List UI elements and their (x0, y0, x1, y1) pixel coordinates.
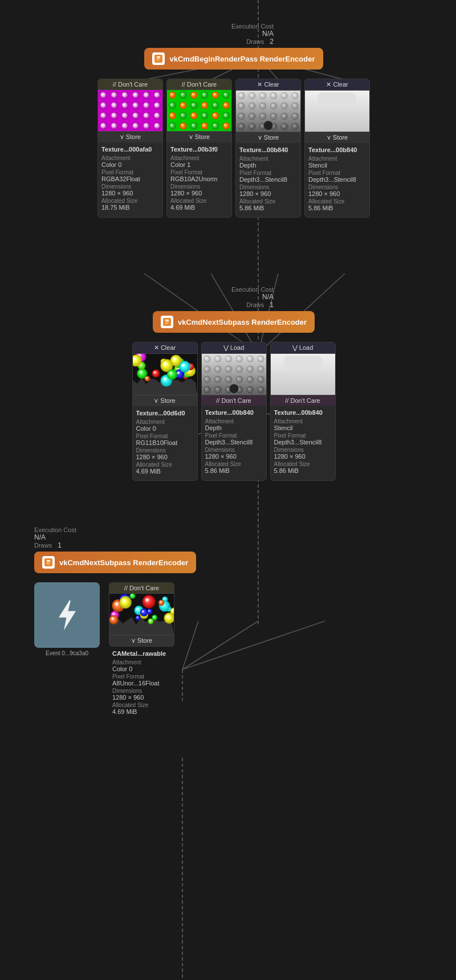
section3: Execution Cost N/A Draws 1 vkCmdNextSubp… (0, 526, 456, 720)
thumb-2-1 (202, 354, 266, 395)
spacer-1-2 (0, 218, 456, 286)
load-op-badge-1-3: ✕ Clear (305, 79, 369, 91)
encoder-name-1: vkCmdBeginRenderPass RenderEncoder (169, 55, 315, 63)
attachment-card-1-1[interactable]: // Don't Care ⋎ Store Texture...00b3f0 A… (166, 79, 232, 218)
store-op-badge-3-0: ⋎ Store (109, 635, 174, 646)
store-op-badge-1-0: ⋎ Store (98, 131, 162, 142)
thumb-1-2 (236, 91, 300, 132)
attachment-card-2-2[interactable]: ⋁ Load // Don't Care Texture...00b840 At… (270, 342, 336, 481)
store-op-badge-2-0: ⋎ Store (133, 395, 197, 406)
attachment-label-row-1-0: Attachment Color 0 (101, 155, 159, 168)
event-node[interactable] (34, 582, 100, 648)
encoder-node-2[interactable]: vkCmdNextSubpass RenderEncoder (153, 311, 315, 333)
load-op-badge-2-0: ✕ Clear (133, 342, 197, 354)
event-container: Event 0...9ca3a0 (34, 582, 100, 656)
encoder-icon-1 (152, 52, 165, 65)
attachment-info-2-1: Texture...00b840 Attachment Depth Pixel … (202, 406, 266, 480)
tex-id-1-0: Texture...000afa0 (101, 146, 159, 153)
page-container: Execution Cost N/A Draws 2 vkCmdBeginRen… (0, 0, 456, 731)
attachment-info-1-0: Texture...000afa0 Attachment Color 0 Pix… (98, 142, 162, 217)
thumb-2-2 (271, 354, 335, 395)
load-op-badge-3-0: // Don't Care (109, 583, 174, 594)
section3-exec-cost: Execution Cost N/A Draws 1 (17, 526, 422, 549)
store-op-badge-2-2: // Don't Care (271, 395, 335, 406)
thumb-1-1 (167, 90, 231, 131)
attachment-card-2-0[interactable]: ✕ Clear ⋎ Store Texture...00d6d0 Attachm… (132, 342, 198, 481)
svg-marker-21 (59, 600, 76, 630)
draws-value: 2 (270, 38, 274, 46)
thumb-2-0 (133, 354, 197, 395)
section2: Execution Cost N/A Draws 1 vkCmdNextSubp… (0, 286, 456, 481)
section1: Execution Cost N/A Draws 2 vkCmdBeginRen… (0, 11, 456, 218)
attachment-info-1-3: Texture...00b840 Attachment Stencil Pixe… (305, 143, 369, 217)
section3-content: Event 0...9ca3a0 // Don't Care ⋎ Store C… (17, 582, 422, 720)
attachment-card-1-2[interactable]: ✕ Clear ⋎ Store Texture...00b840 Attachm… (235, 79, 301, 218)
section1-exec-cost: Execution Cost N/A Draws 2 (46, 23, 422, 46)
load-op-badge-1-2: ✕ Clear (236, 79, 300, 91)
attachment-info-3-0: CAMetal...rawable Attachment Color 0 Pix… (109, 647, 174, 720)
exec-cost-value: N/A (262, 30, 274, 38)
section2-exec-cost: Execution Cost N/A Draws 1 (46, 286, 422, 309)
store-op-badge-1-2: ⋎ Store (236, 132, 300, 143)
section3-attachment-container: // Don't Care ⋎ Store CAMetal...rawable … (109, 582, 174, 720)
attachment-info-1-1: Texture...00b3f0 Attachment Color 1 Pixe… (167, 142, 231, 217)
load-op-badge-1-1: // Don't Care (167, 79, 231, 90)
attachment-card-2-1[interactable]: ⋁ Load // Don't Care Texture...00b840 At… (201, 342, 267, 481)
store-op-badge-1-3: ⋎ Store (305, 132, 369, 143)
load-op-badge-1-0: // Don't Care (98, 79, 162, 90)
spacer-2-3 (0, 481, 456, 526)
load-op-text-1-0: // Don't Care (113, 81, 148, 88)
encoder-node-1[interactable]: vkCmdBeginRenderPass RenderEncoder (144, 48, 323, 70)
thumb-1-3 (305, 91, 369, 132)
exec-cost-label: Execution Cost (231, 23, 274, 30)
encoder-name-3: vkCmdNextSubpass RenderEncoder (59, 558, 188, 567)
attachment-card-1-3[interactable]: ✕ Clear ⋎ Store Texture...00b840 Attachm… (304, 79, 370, 218)
encoder-node-3[interactable]: vkCmdNextSubpass RenderEncoder (34, 552, 196, 573)
attachment-info-1-2: Texture...00b840 Attachment Depth Pixel … (236, 143, 300, 217)
load-op-badge-2-1: ⋁ Load (202, 342, 266, 354)
encoder-name-2: vkCmdNextSubpass RenderEncoder (178, 318, 307, 326)
load-op-badge-2-2: ⋁ Load (271, 342, 335, 354)
attachment-card-3-0[interactable]: // Don't Care ⋎ Store (109, 582, 174, 647)
attachment-card-1-0[interactable]: // Don't Care ⋎ Store Texture...000afa0 … (97, 79, 163, 218)
store-op-badge-2-1: // Don't Care (202, 395, 266, 406)
attachment-info-2-2: Texture...00b840 Attachment Stencil Pixe… (271, 406, 335, 480)
store-op-text-1-0: ⋎ Store (120, 133, 141, 141)
section1-attachments: // Don't Care ⋎ Store Texture...000afa0 … (46, 79, 422, 218)
event-id: Event 0...9ca3a0 (46, 650, 88, 656)
attachment-info-2-0: Texture...00d6d0 Attachment Color 0 Pixe… (133, 406, 197, 480)
section2-attachments: ✕ Clear ⋎ Store Texture...00d6d0 Attachm… (46, 342, 422, 481)
encoder-icon-2 (161, 316, 173, 328)
thumb-3-0 (109, 594, 174, 635)
thumb-1-0 (98, 90, 162, 131)
store-op-badge-1-1: ⋎ Store (167, 131, 231, 142)
encoder-icon-3 (42, 556, 55, 569)
draws-label: Draws (246, 38, 264, 45)
